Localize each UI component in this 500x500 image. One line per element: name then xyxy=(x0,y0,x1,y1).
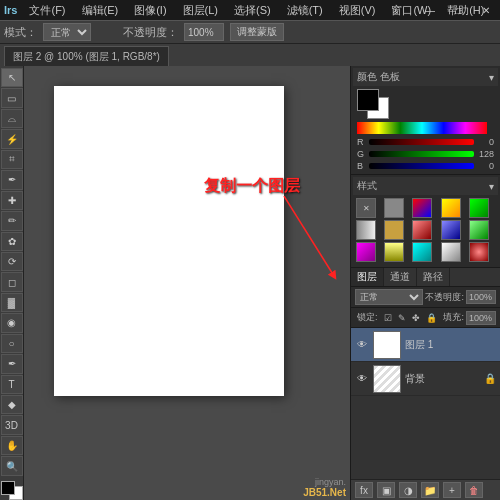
layers-controls: 正常 不透明度: xyxy=(351,287,500,308)
tool-heal[interactable]: ✚ xyxy=(1,191,23,210)
tool-marquee[interactable]: ▭ xyxy=(1,88,23,107)
layer-thumbnail xyxy=(373,365,401,393)
style-8[interactable] xyxy=(441,220,461,240)
layer-delete-btn[interactable]: 🗑 xyxy=(465,482,483,498)
lock-transparent-btn[interactable]: ☑ xyxy=(382,312,394,324)
mode-select[interactable]: 正常 xyxy=(43,23,91,41)
tool-zoom[interactable]: 🔍 xyxy=(1,456,23,475)
foreground-color[interactable] xyxy=(357,89,379,111)
tab-layers[interactable]: 图层 xyxy=(351,268,384,286)
fill-input[interactable] xyxy=(466,311,496,325)
style-12[interactable] xyxy=(412,242,432,262)
layer-name: 图层 1 xyxy=(405,338,496,352)
tool-magic-wand[interactable]: ⚡ xyxy=(1,129,23,148)
tool-text[interactable]: T xyxy=(1,375,23,394)
tool-hand[interactable]: ✋ xyxy=(1,436,23,455)
doc-tab[interactable]: 图层 2 @ 100% (图层 1, RGB/8*) xyxy=(4,46,169,66)
layer-name: 背景 xyxy=(405,372,480,386)
layer-group-btn[interactable]: 📁 xyxy=(421,482,439,498)
tool-gradient[interactable]: ▓ xyxy=(1,293,23,312)
tab-paths[interactable]: 路径 xyxy=(417,268,450,286)
green-slider[interactable] xyxy=(369,151,474,157)
lock-all-btn[interactable]: 🔒 xyxy=(424,312,439,324)
style-11[interactable] xyxy=(384,242,404,262)
style-2[interactable] xyxy=(412,198,432,218)
document-canvas[interactable] xyxy=(54,86,284,396)
tools-grid: ✕ xyxy=(353,195,498,265)
color-panel-header[interactable]: 颜色 色板 ▾ xyxy=(353,68,498,86)
maximize-button[interactable]: □ xyxy=(444,0,472,20)
layer-style-btn[interactable]: fx xyxy=(355,482,373,498)
lock-label: 锁定: xyxy=(355,310,380,325)
style-13[interactable] xyxy=(441,242,461,262)
opacity-input[interactable] xyxy=(184,23,224,41)
layer-mask-btn[interactable]: ▣ xyxy=(377,482,395,498)
tab-channels[interactable]: 通道 xyxy=(384,268,417,286)
minimize-button[interactable]: — xyxy=(416,0,444,20)
menu-view[interactable]: 视图(V) xyxy=(335,3,380,18)
blue-slider[interactable] xyxy=(369,163,474,169)
main-area: ↖ ▭ ⌓ ⚡ ⌗ ✒ ✚ ✏ ✿ ⟳ ◻ ▓ ◉ ○ ✒ T ◆ 3D ✋ 🔍… xyxy=(0,66,500,500)
opacity-input[interactable] xyxy=(466,290,496,304)
tool-clone[interactable]: ✿ xyxy=(1,232,23,251)
tool-crop[interactable]: ⌗ xyxy=(1,150,23,169)
tool-dodge[interactable]: ○ xyxy=(1,334,23,353)
menu-image[interactable]: 图像(I) xyxy=(130,3,170,18)
color-panel: 颜色 色板 ▾ R 0 G 128 B 0 xyxy=(351,66,500,175)
color-spectrum-bar[interactable] xyxy=(357,122,487,134)
style-14[interactable] xyxy=(469,242,489,262)
tool-pen[interactable]: ✒ xyxy=(1,354,23,373)
style-4[interactable] xyxy=(469,198,489,218)
layer-adj-btn[interactable]: ◑ xyxy=(399,482,417,498)
layer-visibility-toggle[interactable]: 👁 xyxy=(355,338,369,352)
tool-brush[interactable]: ✏ xyxy=(1,211,23,230)
tool-eraser[interactable]: ◻ xyxy=(1,272,23,291)
style-3[interactable] xyxy=(441,198,461,218)
options-bar: 模式： 正常 不透明度： 调整蒙版 xyxy=(0,20,500,44)
menu-filter[interactable]: 滤镜(T) xyxy=(283,3,327,18)
layer-item[interactable]: 👁 背景 🔒 xyxy=(351,362,500,396)
layer-new-btn[interactable]: + xyxy=(443,482,461,498)
menu-bar: Irs 文件(F) 编辑(E) 图像(I) 图层(L) 选择(S) 滤镜(T) … xyxy=(0,0,500,20)
tool-move[interactable]: ↖ xyxy=(1,68,23,87)
layer-item[interactable]: 👁 图层 1 xyxy=(351,328,500,362)
tool-eyedropper[interactable]: ✒ xyxy=(1,170,23,189)
green-label: G xyxy=(357,149,367,159)
mode-label: 模式： xyxy=(4,25,37,40)
menu-select[interactable]: 选择(S) xyxy=(230,3,275,18)
tool-shape[interactable]: ◆ xyxy=(1,395,23,414)
lock-paint-btn[interactable]: ✎ xyxy=(396,312,408,324)
lock-move-btn[interactable]: ✤ xyxy=(410,312,422,324)
red-slider[interactable] xyxy=(369,139,474,145)
layers-panel: 图层 通道 路径 正常 不透明度: 锁定: ☑ ✎ ✤ 🔒 填充: xyxy=(351,268,500,500)
window-controls: — □ ✕ xyxy=(416,0,500,20)
style-10[interactable] xyxy=(356,242,376,262)
tools-panel-header[interactable]: 样式 ▾ xyxy=(353,177,498,195)
tools-panel-title: 样式 xyxy=(357,179,377,193)
layers-list: 👁 图层 1 👁 背景 🔒 xyxy=(351,328,500,479)
blue-label: B xyxy=(357,161,367,171)
style-none[interactable]: ✕ xyxy=(356,198,376,218)
menu-layer[interactable]: 图层(L) xyxy=(179,3,222,18)
style-7[interactable] xyxy=(412,220,432,240)
style-6[interactable] xyxy=(384,220,404,240)
tools-style-panel: 样式 ▾ ✕ xyxy=(351,175,500,268)
fg-color-swatch[interactable] xyxy=(1,481,23,500)
toolbox: ↖ ▭ ⌓ ⚡ ⌗ ✒ ✚ ✏ ✿ ⟳ ◻ ▓ ◉ ○ ✒ T ◆ 3D ✋ 🔍 xyxy=(0,66,24,500)
style-9[interactable] xyxy=(469,220,489,240)
tool-history-brush[interactable]: ⟳ xyxy=(1,252,23,271)
menu-edit[interactable]: 编辑(E) xyxy=(78,3,123,18)
tool-3d[interactable]: 3D xyxy=(1,415,23,434)
mask-button[interactable]: 调整蒙版 xyxy=(230,23,284,41)
style-1[interactable] xyxy=(384,198,404,218)
canvas-area: 复制一个图层 jingyan. JB51.Net xyxy=(24,66,350,500)
red-label: R xyxy=(357,137,367,147)
layer-mode-select[interactable]: 正常 xyxy=(355,289,423,305)
menu-file[interactable]: 文件(F) xyxy=(25,3,69,18)
style-5[interactable] xyxy=(356,220,376,240)
close-button[interactable]: ✕ xyxy=(472,0,500,20)
tool-blur[interactable]: ◉ xyxy=(1,313,23,332)
red-value: 0 xyxy=(476,137,494,147)
tool-lasso[interactable]: ⌓ xyxy=(1,109,23,128)
layer-visibility-toggle[interactable]: 👁 xyxy=(355,372,369,386)
